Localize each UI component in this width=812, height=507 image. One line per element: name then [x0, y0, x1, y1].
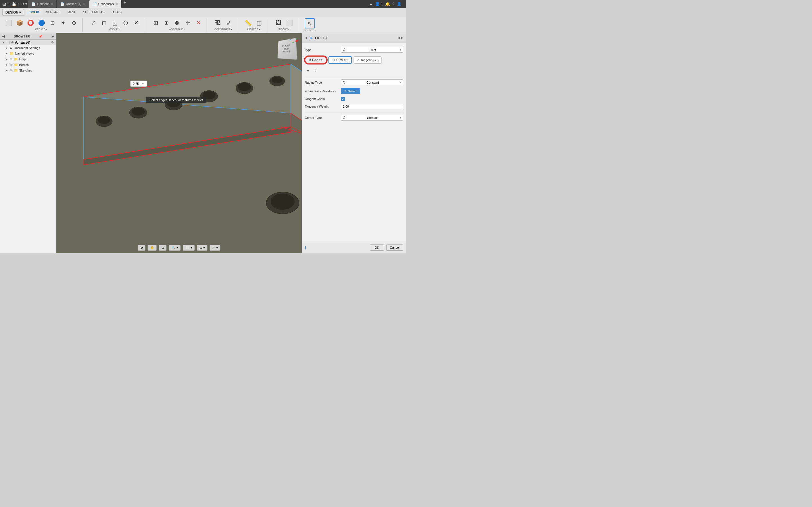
eye-icon-origin[interactable]: 👁 [10, 57, 13, 61]
assemble-btn2[interactable]: ⊕ [161, 18, 171, 27]
viewport[interactable]: FRONTTOPRIGHT X Y Z 0.75 ⋯ Select edges,… [56, 33, 302, 253]
assemble-btn3[interactable]: ⊗ [172, 18, 182, 27]
create-sphere-btn[interactable]: 🔵 [36, 18, 47, 27]
zoom-in-out-btn[interactable]: 🔍 ▾ [169, 245, 181, 251]
assemble-move-btn[interactable]: ✛ [183, 18, 193, 27]
help-icon[interactable]: ? [392, 2, 395, 6]
grid-btn[interactable]: ⊞ ▾ [197, 245, 207, 251]
eye-icon-bodies[interactable]: 👁 [10, 63, 13, 66]
tangency-weight-input[interactable] [341, 104, 403, 109]
create-cylinder-btn[interactable]: ⭕ [26, 18, 36, 27]
zoom-fit-btn[interactable]: ⊡ [159, 245, 167, 251]
browser-eye-icon[interactable]: 👁 [11, 41, 14, 44]
ok-button[interactable]: OK [370, 244, 384, 251]
create-coil-btn[interactable]: ✦ [58, 18, 68, 27]
edges-continuity-control[interactable]: ↗ Tangent (G1) [354, 56, 382, 64]
more-icon[interactable]: ▾ [26, 2, 27, 6]
browser-root-collapse-icon: ▼ [2, 41, 5, 44]
modify-combine-btn[interactable]: ✕ [131, 18, 141, 27]
inspect-label[interactable]: INSPECT ▾ [247, 28, 260, 31]
modify-press-pull-btn[interactable]: ⤢ [88, 18, 98, 27]
insert-btn2[interactable]: ⬜ [284, 18, 295, 27]
construct-label[interactable]: CONSTRUCT ▾ [214, 28, 232, 31]
modify-shell-btn[interactable]: ⬡ [120, 18, 131, 27]
user-avatar[interactable]: 👤 [397, 2, 402, 6]
tab-solid[interactable]: SOLID [26, 9, 43, 15]
corner-type-select[interactable]: ⬡ Setback ▾ [341, 115, 403, 121]
create-new-component-btn[interactable]: ⬜ [3, 18, 14, 27]
app-grid-icon[interactable]: ⊞ [2, 1, 6, 7]
new-tab-icon[interactable]: + [122, 0, 128, 8]
construct-btn2[interactable]: ⤢ [223, 18, 234, 27]
edges-badge[interactable]: 5 Edges [305, 56, 327, 64]
user-count-icon[interactable]: 👤 1 [375, 2, 383, 6]
nav-cube[interactable]: FRONTTOPRIGHT X Y Z [276, 39, 299, 61]
radius-type-select[interactable]: ⬡ Constant ▾ [341, 79, 403, 86]
inspect-btn2[interactable]: ◫ [254, 18, 264, 27]
insert-image-btn[interactable]: 🖼 [273, 18, 284, 27]
browser-expand-icon[interactable]: ▶ [52, 35, 54, 38]
edges-value-control[interactable]: ⬡ 0.75 cm [328, 56, 352, 64]
remove-fillet-row-btn[interactable]: × [313, 68, 319, 74]
tab-untitled1[interactable]: 📄 Untitled*(1) ✕ [57, 0, 89, 8]
assemble-label[interactable]: ASSEMBLE ▾ [169, 28, 185, 31]
browser-settings-icon[interactable]: ⚙ [51, 41, 54, 44]
tab-close-icon[interactable]: ✕ [51, 3, 53, 6]
modify-fillet-btn[interactable]: ◻ [99, 18, 109, 27]
modify-chamfer-btn[interactable]: ◺ [110, 18, 120, 27]
create-more-btn[interactable]: ⊕ [69, 18, 79, 27]
cloud-icon[interactable]: ☁ [369, 2, 373, 6]
view-settings-btn[interactable]: ◫ ▾ [210, 245, 220, 251]
add-fillet-row-btn[interactable]: + [305, 68, 311, 74]
display-mode-btn[interactable]: ⬜ ▾ [183, 245, 195, 251]
tab-untitled[interactable]: 📄 Untitled* ✕ [28, 0, 56, 8]
collapse-browser-icon[interactable]: ◀ [2, 34, 5, 38]
tab-surface[interactable]: SURFACE [43, 9, 64, 15]
browser-pin-icon[interactable]: 📌 [39, 35, 43, 38]
browser-item-doc-settings[interactable]: ▶ ⚙ Document Settings [0, 45, 56, 51]
tab-close-icon-1[interactable]: ✕ [83, 3, 86, 6]
panel-collapse-left-icon[interactable]: ◀ [305, 36, 307, 40]
info-icon[interactable]: ℹ [305, 245, 306, 250]
continuity-text: Tangent (G1) [361, 58, 378, 62]
design-dropdown[interactable]: DESIGN ▾ [2, 9, 24, 16]
dimension-label[interactable]: 0.75 ⋯ [130, 80, 147, 87]
tab-untitled2[interactable]: 📄 Untitled*(2) ✕ [89, 0, 121, 8]
origin-snap-btn[interactable]: ⊕ [138, 245, 146, 251]
pan-btn[interactable]: ✋ [148, 245, 157, 251]
panel-arrow-left-icon[interactable]: ◀ [398, 36, 400, 40]
save-icon[interactable]: 💾 [11, 2, 16, 6]
modify-label[interactable]: MODIFY ▾ [109, 28, 121, 31]
eye-icon-sketches[interactable]: 👁 [10, 69, 13, 72]
panel-arrow-right-icon[interactable]: ▶ [401, 36, 403, 40]
type-select[interactable]: ⬡ Fillet ▾ [341, 47, 403, 53]
tab-mesh[interactable]: MESH [64, 9, 80, 15]
browser-root-item[interactable]: ▼ ⬜ 👁 (Unsaved) ⚙ [0, 40, 56, 45]
select-btn[interactable]: ↖ [305, 18, 315, 29]
insert-label[interactable]: INSERT ▾ [278, 28, 290, 31]
assemble-btn1[interactable]: ⊞ [151, 18, 161, 27]
tangent-chain-checkbox[interactable]: ✓ [341, 97, 345, 101]
browser-item-bodies[interactable]: ▶ 👁 📁 Bodies [0, 62, 56, 68]
redo-icon[interactable]: ↪ [21, 2, 24, 6]
inspect-measure-btn[interactable]: 📏 [243, 18, 253, 27]
cancel-button[interactable]: Cancel [386, 244, 403, 251]
browser-item-sketches[interactable]: ▶ 👁 📁 Sketches [0, 68, 56, 73]
select-label[interactable]: SELECT ▾ [304, 29, 316, 32]
tab-tools[interactable]: TOOLS [108, 9, 125, 15]
browser-item-origin[interactable]: ▶ 👁 📁 Origin [0, 56, 56, 62]
assemble-delete-btn[interactable]: ✕ [193, 18, 204, 27]
create-torus-btn[interactable]: ⊙ [47, 18, 57, 27]
select-edges-btn[interactable]: ↖ Select [341, 88, 360, 94]
dimension-dots[interactable]: ⋯ [140, 81, 144, 86]
tab-close-icon-2[interactable]: ✕ [116, 3, 118, 6]
construct-btn1[interactable]: 🏗 [213, 18, 223, 27]
notification-icon[interactable]: 🔔 [385, 2, 390, 6]
create-box-btn[interactable]: 📦 [14, 18, 25, 27]
undo-icon[interactable]: ↩ [17, 2, 20, 6]
browser-item-named-views[interactable]: ▶ 📁 Named Views [0, 51, 56, 56]
create-label[interactable]: CREATE ▾ [35, 28, 47, 31]
corner-type-icon: ⬡ [343, 116, 346, 119]
tab-sheetmetal[interactable]: SHEET METAL [80, 9, 108, 15]
app-menu-icon[interactable]: ☰ [7, 2, 10, 6]
